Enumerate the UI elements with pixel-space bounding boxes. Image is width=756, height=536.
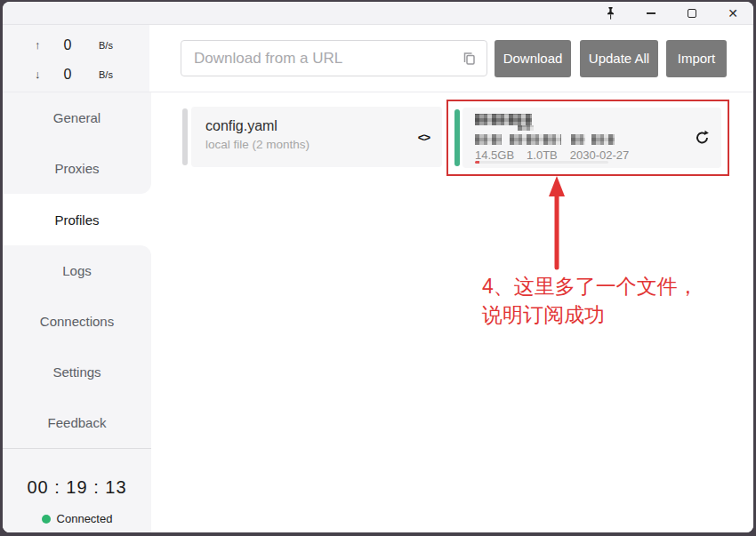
update-all-button[interactable]: Update All (580, 40, 658, 77)
download-url-input[interactable] (181, 40, 487, 76)
mosaic-block (518, 125, 534, 131)
mosaic-block (571, 134, 585, 145)
sidebar-item-feedback[interactable]: Feedback (3, 397, 151, 448)
profile-card-subscription[interactable]: 14.5GB 1.0TB 2030-02-27 (454, 108, 721, 168)
upload-speed-row: ↑ 0 B/s (35, 30, 149, 60)
profiles-toolbar: Download Update All Import (149, 25, 753, 92)
profiles-main-area: config.yaml local file (2 months) <> (151, 92, 753, 532)
upload-speed-value: 0 (49, 37, 86, 53)
sidebar-nav: General Proxies Profiles Logs Connection… (3, 92, 151, 532)
profile-subtitle: local file (2 months) (205, 138, 428, 151)
pin-icon (604, 6, 617, 20)
close-icon: ✕ (728, 7, 738, 20)
upload-arrow-icon: ↑ (35, 38, 49, 52)
pin-button[interactable] (590, 2, 631, 25)
profile-card-local[interactable]: config.yaml local file (2 months) <> (182, 107, 442, 167)
minimize-button[interactable] (631, 2, 672, 25)
usage-progress-fill (475, 161, 479, 164)
import-button[interactable]: Import (666, 40, 727, 77)
top-row: ↑ 0 B/s ↓ 0 B/s (3, 25, 753, 92)
download-speed-unit: B/s (99, 69, 113, 80)
nav-segment-bottom: Logs Connections Settings Feedback (3, 245, 151, 448)
titlebar: ✕ (3, 2, 753, 25)
usage-total: 1.0TB (527, 148, 558, 162)
mosaic-block (475, 114, 532, 125)
profile-selected-indicator-bar (454, 109, 460, 166)
speed-panel: ↑ 0 B/s ↓ 0 B/s (3, 25, 149, 92)
annotation-arrow-icon (545, 176, 568, 274)
sidebar-item-connections[interactable]: Connections (3, 296, 151, 347)
mosaic-block (591, 134, 615, 145)
usage-progress-bar (475, 161, 608, 164)
sidebar-footer: 00 : 19 : 13 Connected (3, 448, 151, 532)
download-button[interactable]: Download (495, 40, 571, 77)
download-arrow-icon: ↓ (35, 68, 49, 81)
edit-code-icon[interactable]: <> (418, 131, 430, 144)
redacted-profile-name (475, 114, 709, 131)
refresh-subscription-icon[interactable] (694, 130, 711, 147)
sidebar-item-proxies[interactable]: Proxies (3, 143, 151, 194)
content-row: General Proxies Profiles Logs Connection… (3, 92, 753, 532)
usage-expiry-date: 2030-02-27 (570, 148, 630, 162)
uptime-timer: 00 : 19 : 13 (27, 477, 126, 498)
profile-name: config.yaml (205, 118, 428, 134)
app-window: ✕ ↑ 0 B/s ↓ 0 B/s (3, 2, 753, 532)
paste-clipboard-icon[interactable] (461, 50, 478, 67)
download-speed-row: ↓ 0 B/s (35, 60, 149, 89)
sidebar-item-general[interactable]: General (3, 92, 151, 143)
annotation-line2: 说明订阅成功 (482, 300, 698, 329)
maximize-icon (688, 9, 696, 18)
desktop-background: ✕ ↑ 0 B/s ↓ 0 B/s (0, 0, 756, 536)
status-dot (42, 515, 51, 524)
redacted-subscription-url (475, 133, 709, 145)
subscription-usage-row: 14.5GB 1.0TB 2030-02-27 (475, 148, 709, 162)
annotation-line1: 4、这里多了一个文件， (482, 272, 698, 300)
upload-speed-unit: B/s (99, 40, 113, 51)
maximize-button[interactable] (672, 2, 712, 25)
usage-used: 14.5GB (475, 148, 514, 162)
minimize-icon (647, 12, 655, 14)
close-button[interactable]: ✕ (712, 2, 753, 25)
mosaic-block (510, 134, 561, 145)
url-input-wrap (181, 40, 487, 76)
connection-status: Connected (42, 512, 113, 525)
sidebar-item-settings[interactable]: Settings (3, 347, 151, 397)
annotation-highlight-box: 14.5GB 1.0TB 2030-02-27 (446, 100, 729, 176)
sidebar-item-profiles[interactable]: Profiles (3, 194, 151, 245)
subscription-card-body: 14.5GB 1.0TB 2030-02-27 (462, 108, 721, 168)
sidebar-item-logs[interactable]: Logs (3, 245, 151, 296)
annotation-text: 4、这里多了一个文件， 说明订阅成功 (482, 272, 698, 329)
status-label: Connected (57, 512, 113, 525)
download-speed-value: 0 (49, 67, 86, 83)
profile-card-body: config.yaml local file (2 months) <> (191, 107, 442, 167)
nav-segment-top: General Proxies (3, 92, 151, 194)
mosaic-block (475, 134, 502, 145)
profile-indicator-bar (182, 108, 188, 165)
